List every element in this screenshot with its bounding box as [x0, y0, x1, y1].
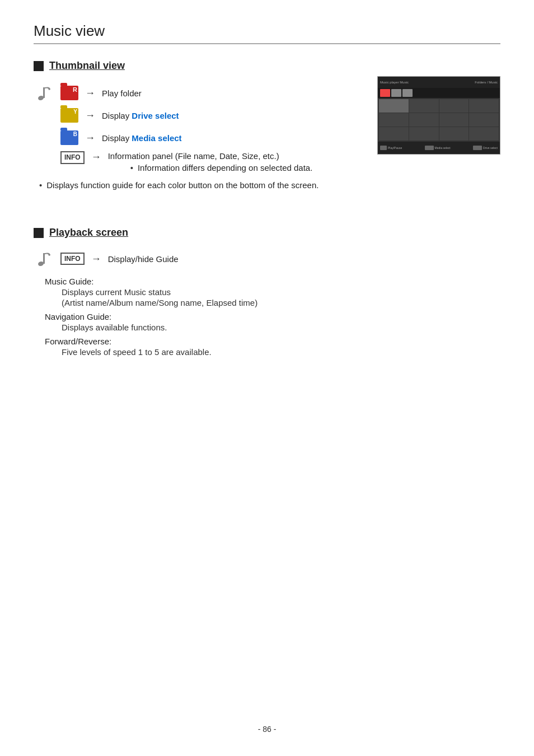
preview-cell-11 [439, 127, 469, 141]
folder-red-icon [60, 86, 78, 100]
preview-cell-12 [469, 127, 499, 141]
nav-guide-block: Navigation Guide: Displays available fun… [45, 312, 500, 332]
playback-section-title: Playback screen [49, 227, 128, 239]
preview-cell-10 [409, 127, 439, 141]
preview-cell-7 [439, 113, 469, 127]
play-folder-label: Play folder [102, 88, 142, 98]
preview-bottom-item-1: Play/Pause [380, 146, 402, 150]
thumbnail-preview-image: Music player Music Folders / Music [377, 76, 500, 155]
info-sub-text: Information differs depending on selecte… [138, 163, 312, 172]
info-sub-bullet: Information differs depending on selecte… [108, 163, 313, 172]
preview-bottom-icon-3 [473, 146, 482, 150]
preview-bottombar: Play/Pause Media select Drive select [378, 142, 500, 154]
bottom-bullet-text: Displays function guide for each color b… [46, 180, 318, 190]
preview-cell-2 [409, 99, 439, 113]
preview-bottom-icon-1 [380, 146, 387, 150]
playback-section-header: Playback screen [34, 227, 500, 239]
preview-cell-6 [409, 113, 439, 127]
preview-cell-8 [469, 113, 499, 127]
thumbnail-row-3: → Display Media select [34, 127, 312, 149]
media-select-label: Display Media select [102, 133, 182, 143]
media-select-prefix: Display [102, 133, 132, 143]
preview-bottom-icon-2 [425, 146, 434, 150]
preview-topbar: Music player Music Folders / Music [378, 77, 500, 88]
preview-bottom-label-3: Drive select [483, 146, 498, 150]
guide-content: Music Guide: Displays current Music stat… [45, 277, 500, 357]
arrow-icon-1: → [85, 87, 95, 99]
folder-yellow-icon [60, 108, 78, 123]
thumbnail-section-header: Thumbnail view [34, 60, 500, 72]
thumbnail-row-1: → Play folder [34, 82, 312, 104]
drive-select-label: Display Drive select [102, 111, 179, 120]
music-note-icon-1 [34, 83, 54, 103]
thumbnail-row-2: → Display Drive select [34, 104, 312, 127]
info-badge-thumbnail: INFO [60, 151, 85, 164]
info-badge-playback: INFO [60, 253, 85, 265]
thumbnail-row-4: INFO → Information panel (File name, Dat… [34, 151, 312, 175]
music-guide-block: Music Guide: Displays current Music stat… [45, 277, 500, 307]
preview-bottom-label-2: Media select [435, 146, 451, 150]
music-note-icon-playback [34, 249, 54, 269]
arrow-icon-playback: → [91, 253, 101, 265]
drive-select-prefix: Display [102, 111, 132, 120]
info-panel-label: Information panel (File name, Date, Size… [108, 151, 279, 161]
section-square-icon [34, 61, 44, 71]
page-title: Music view [34, 22, 500, 44]
preview-button-row [378, 88, 500, 98]
playback-section: Playback screen INFO → Display/hide Guid… [34, 227, 500, 357]
preview-topbar-left-text: Music player Music [380, 81, 472, 84]
music-guide-line2: (Artist name/Album name/Song name, Elaps… [45, 298, 500, 307]
music-guide-title: Music Guide: [45, 277, 500, 286]
music-guide-line1: Displays current Music status [45, 287, 500, 297]
thumbnail-section: Thumbnail view → Play folder [34, 60, 500, 190]
bottom-bullet: Displays function guide for each color b… [34, 180, 500, 190]
preview-btn-2 [391, 89, 401, 97]
preview-grid [378, 98, 500, 142]
svg-rect-3 [43, 253, 45, 264]
forward-reverse-title: Forward/Reverse: [45, 337, 500, 346]
forward-reverse-block: Forward/Reverse: Five levels of speed 1 … [45, 337, 500, 357]
preview-bottom-item-3: Drive select [473, 146, 498, 150]
drive-select-link: Drive select [132, 111, 179, 120]
arrow-icon-3: → [85, 132, 95, 144]
folder-blue-icon [60, 130, 78, 145]
arrow-icon-4: → [91, 151, 101, 163]
display-hide-guide-label: Display/hide Guide [108, 254, 179, 264]
preview-bottom-item-2: Media select [425, 146, 451, 150]
preview-bottom-label-1: Play/Pause [388, 146, 402, 150]
preview-topbar-right-text: Folders / Music [475, 81, 498, 84]
preview-btn-1 [380, 89, 390, 97]
svg-rect-1 [43, 87, 45, 98]
preview-cell-4 [469, 99, 499, 113]
page-number: - 86 - [258, 725, 277, 734]
nav-guide-line1: Displays available functions. [45, 323, 500, 332]
forward-reverse-line1: Five levels of speed 1 to 5 are availabl… [45, 347, 500, 357]
nav-guide-title: Navigation Guide: [45, 312, 500, 321]
section-square-playback-icon [34, 228, 44, 238]
thumbnail-section-title: Thumbnail view [49, 60, 125, 72]
page-footer: - 86 - [0, 725, 534, 734]
arrow-icon-2: → [85, 110, 95, 122]
preview-cell-5 [379, 113, 409, 127]
preview-cell-1 [379, 99, 409, 113]
media-select-link: Media select [132, 133, 181, 143]
thumbnail-content: → Play folder → Display Drive select → D… [34, 82, 500, 175]
preview-cell-9 [379, 127, 409, 141]
playback-row-1: INFO → Display/hide Guide [34, 249, 500, 269]
preview-btn-3 [402, 89, 413, 97]
preview-cell-3 [439, 99, 469, 113]
